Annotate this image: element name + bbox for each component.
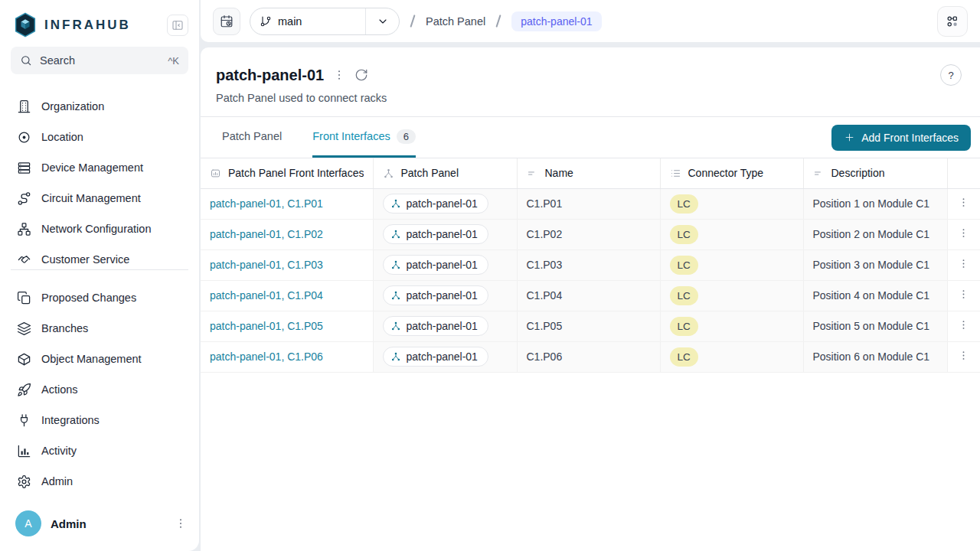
column-header-patch-panel: Patch Panel	[373, 158, 517, 188]
sidebar-item-actions[interactable]: Actions	[11, 374, 188, 405]
breadcrumb-separator	[410, 15, 415, 28]
sidebar-item-activity[interactable]: Activity	[11, 435, 188, 466]
sidebar-item-organization[interactable]: Organization	[11, 91, 188, 122]
patch-panel-chip[interactable]: patch-panel-01	[383, 316, 488, 336]
connector-type-badge: LC	[670, 194, 698, 214]
sidebar-item-integrations[interactable]: Integrations	[11, 405, 188, 435]
sidebar: INFRAHUB Search ^K Organization	[0, 0, 199, 551]
branch-selector-value: main	[250, 15, 365, 28]
refresh-button[interactable]	[354, 68, 368, 82]
sidebar-item-customer-service[interactable]: Customer Service	[11, 244, 188, 267]
collapse-sidebar-button[interactable]	[167, 15, 188, 36]
patch-panel-chip[interactable]: patch-panel-01	[383, 255, 488, 275]
sidebar-item-label: Network Configuration	[41, 223, 151, 235]
patch-panel-chip-label: patch-panel-01	[407, 350, 478, 363]
sidebar-item-admin[interactable]: Admin	[11, 466, 188, 497]
bar-chart-icon	[17, 444, 31, 458]
branch-selector[interactable]: main	[250, 8, 400, 35]
breadcrumb-parent[interactable]: Patch Panel	[426, 15, 485, 28]
sidebar-item-network-configuration[interactable]: Network Configuration	[11, 214, 188, 244]
sidebar-item-proposed-changes[interactable]: Proposed Changes	[11, 282, 188, 313]
relationship-icon	[390, 259, 401, 270]
patch-panel-chip[interactable]: patch-panel-01	[383, 347, 488, 367]
relationship-icon	[383, 168, 394, 179]
card-icon	[210, 168, 221, 179]
kebab-icon	[958, 350, 969, 361]
sidebar-item-object-management[interactable]: Object Management	[11, 344, 188, 374]
name-cell: C1.P04	[517, 280, 660, 311]
column-header-description: Description	[803, 158, 947, 188]
components-icon	[946, 15, 959, 28]
sidebar-item-location[interactable]: Location	[11, 122, 188, 152]
front-interface-link[interactable]: patch-panel-01, C1.P04	[210, 289, 323, 302]
network-icon	[17, 222, 31, 236]
object-header: patch-panel-01 ? Patch Panel used to con…	[201, 47, 980, 117]
patch-panel-chip[interactable]: patch-panel-01	[383, 285, 488, 305]
sidebar-item-label: Actions	[41, 383, 78, 396]
tab-label: Patch Panel	[222, 130, 282, 142]
column-header-actions	[947, 158, 980, 188]
add-front-interfaces-button[interactable]: Add Front Interfaces	[831, 125, 971, 151]
branch-name: main	[278, 15, 302, 28]
row-menu-button[interactable]	[958, 350, 969, 361]
list-icon	[670, 168, 681, 179]
text-icon	[527, 168, 538, 179]
page-title: patch-panel-01	[216, 67, 324, 84]
description-cell: Position 6 on Module C1	[803, 341, 947, 372]
search-placeholder: Search	[40, 54, 160, 67]
front-interface-link[interactable]: patch-panel-01, C1.P01	[210, 197, 323, 210]
help-button[interactable]: ?	[940, 64, 962, 86]
front-interface-link[interactable]: patch-panel-01, C1.P06	[210, 350, 323, 363]
name-cell: C1.P05	[517, 311, 660, 341]
patch-panel-chip-label: patch-panel-01	[407, 228, 478, 240]
patch-panel-chip-label: patch-panel-01	[407, 259, 478, 271]
branch-selector-caret[interactable]	[365, 8, 399, 34]
patch-panel-chip-label: patch-panel-01	[407, 197, 478, 210]
schema-explorer-button[interactable]	[937, 6, 968, 37]
user-menu-button[interactable]	[175, 517, 187, 530]
front-interface-link[interactable]: patch-panel-01, C1.P03	[210, 259, 323, 271]
sidebar-menu-primary: Organization Location Device Management …	[0, 91, 199, 267]
patch-panel-chip[interactable]: patch-panel-01	[383, 224, 488, 244]
sidebar-item-label: Admin	[41, 475, 73, 487]
tab-front-interfaces[interactable]: Front Interfaces 6	[312, 117, 416, 158]
brand-wordmark: INFRAHUB	[44, 18, 159, 33]
kebab-icon	[958, 319, 969, 331]
breadcrumb-current[interactable]: patch-panel-01	[511, 11, 601, 31]
row-menu-button[interactable]	[958, 258, 969, 269]
row-menu-button[interactable]	[958, 319, 969, 331]
tabs-bar: Patch Panel Front Interfaces 6 Add Front…	[201, 117, 980, 158]
plug-icon	[17, 413, 31, 428]
user-menu[interactable]: A Admin	[0, 504, 199, 543]
sidebar-item-device-management[interactable]: Device Management	[11, 152, 188, 183]
row-menu-button[interactable]	[958, 289, 969, 300]
diff-icon	[17, 291, 31, 305]
sidebar-item-label: Device Management	[41, 161, 143, 174]
sidebar-item-circuit-management[interactable]: Circuit Management	[11, 183, 188, 214]
git-branch-icon	[260, 15, 272, 28]
connector-type-badge: LC	[670, 286, 698, 305]
sidebar-item-label: Object Management	[41, 353, 142, 365]
sidebar-item-label: Branches	[41, 322, 88, 334]
row-menu-button[interactable]	[958, 227, 969, 239]
panel-collapse-icon	[172, 19, 184, 31]
relationship-icon	[390, 229, 401, 240]
tab-patch-panel[interactable]: Patch Panel	[222, 117, 282, 158]
kebab-icon	[333, 69, 345, 81]
table-row: patch-panel-01, C1.P06 patch-panel-01 C1…	[201, 341, 980, 372]
sidebar-item-label: Circuit Management	[41, 192, 141, 204]
time-travel-button[interactable]	[213, 8, 240, 35]
patch-panel-chip[interactable]: patch-panel-01	[383, 194, 488, 214]
relationship-icon	[390, 198, 401, 209]
front-interface-link[interactable]: patch-panel-01, C1.P05	[210, 320, 323, 332]
name-cell: C1.P02	[517, 219, 660, 249]
refresh-icon	[354, 68, 368, 82]
front-interface-link[interactable]: patch-panel-01, C1.P02	[210, 228, 323, 240]
sidebar-item-branches[interactable]: Branches	[11, 313, 188, 344]
sidebar-item-label: Proposed Changes	[41, 292, 136, 304]
search-input[interactable]: Search ^K	[11, 47, 188, 74]
building-icon	[17, 99, 31, 114]
object-menu-button[interactable]	[333, 69, 345, 81]
row-menu-button[interactable]	[958, 197, 969, 208]
name-cell: C1.P03	[517, 249, 660, 280]
